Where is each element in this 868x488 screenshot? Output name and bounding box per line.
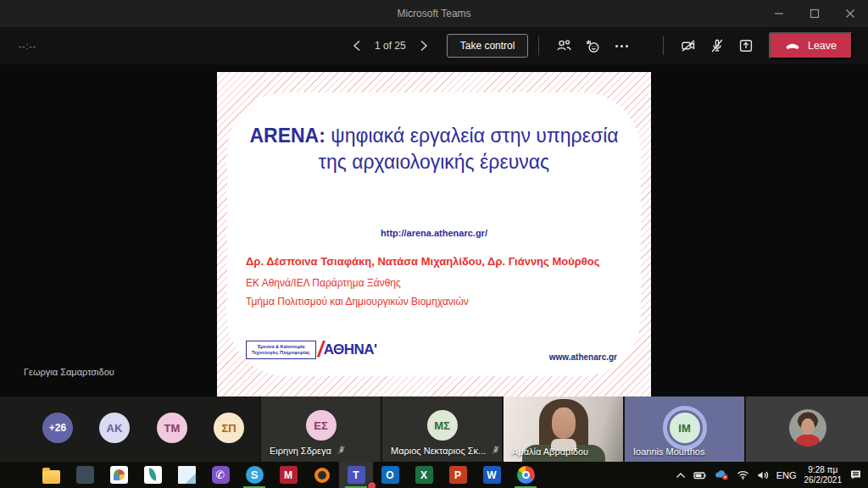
- mic-off-button[interactable]: [703, 33, 732, 58]
- teams-window: Microsoft Teams --:-- 1 of 25 Take contr…: [0, 0, 868, 488]
- mic-muted-icon: [337, 445, 347, 457]
- previous-slide-button[interactable]: [346, 33, 368, 58]
- participant-name: Ioannis Mourthos: [633, 446, 704, 457]
- participant-avatar[interactable]: ΣΠ: [214, 413, 244, 443]
- system-tray: ENG 9:28 πμ 26/2/2021: [676, 462, 868, 488]
- chrome-icon: [517, 466, 535, 484]
- minimize-button[interactable]: [761, 0, 797, 27]
- participant-label: Μαριος Νεκταριος Σκ...: [391, 445, 501, 457]
- presenter-name-overlay: Γεωργια Σαμαρτσιδου: [24, 367, 114, 377]
- slide-page-indicator: 1 of 25: [375, 40, 406, 52]
- window-title: Microsoft Teams: [397, 8, 470, 19]
- participant-tile-im[interactable]: IM Ioannis Mourthos: [625, 396, 744, 462]
- close-icon: [845, 8, 855, 19]
- taskbar-icon-quill-app[interactable]: [136, 462, 170, 488]
- taskbar-icon-viber[interactable]: ✆: [203, 462, 237, 488]
- slide-website: www.athenarc.gr: [549, 352, 617, 362]
- athena-logo-name: ΑΘΗΝΑ': [324, 341, 377, 358]
- leave-button-label: Leave: [808, 40, 837, 52]
- slide-title-rest: ψηφιακά εργαλεία στην υπηρεσία της αρχαι…: [319, 125, 619, 173]
- participant-name: Ειρηνη Σδρεγα: [270, 446, 331, 456]
- chevron-right-icon: [419, 40, 429, 52]
- battery-icon[interactable]: [693, 471, 707, 480]
- start-button[interactable]: [0, 462, 34, 488]
- participant-photo-tile[interactable]: [746, 396, 868, 462]
- next-slide-button[interactable]: [413, 33, 435, 58]
- leave-button[interactable]: Leave: [769, 32, 853, 59]
- participant-video-tile[interactable]: Αμαλία Αβραμίδου: [504, 396, 623, 462]
- slide-affiliation-1: ΕΚ Αθηνά/ΙΕΛ Παράρτημα Ξάνθης: [246, 277, 401, 289]
- participant-label: Ioannis Mourthos: [633, 446, 704, 457]
- window-controls: [761, 0, 868, 27]
- participant-avatar[interactable]: AK: [99, 413, 130, 443]
- participant-label: Ειρηνη Σδρεγα: [270, 445, 347, 457]
- participant-avatar: ΜΣ: [427, 410, 458, 441]
- paint-icon: [110, 466, 128, 484]
- maximize-button[interactable]: [797, 0, 832, 27]
- participant-name: Μαριος Νεκταριος Σκ...: [391, 446, 486, 456]
- action-center-button[interactable]: [849, 469, 862, 480]
- participant-tile-ms[interactable]: ΜΣ Μαριος Νεκταριος Σκ...: [382, 396, 502, 462]
- taskbar-icon-powerpoint[interactable]: P: [441, 462, 475, 488]
- taskbar-icon-word[interactable]: W: [475, 462, 509, 488]
- taskbar-icon-teams[interactable]: T: [339, 462, 373, 488]
- share-screen-button[interactable]: [732, 33, 760, 58]
- reactions-button[interactable]: [578, 33, 607, 58]
- taskbar-icon-paint[interactable]: [102, 462, 136, 488]
- participant-photo-avatar: [789, 409, 826, 446]
- hidden-icons-button[interactable]: [676, 472, 686, 479]
- outlook-icon: O: [381, 466, 399, 484]
- slide-content: ARENA: ψηφιακά εργαλεία στην υπηρεσία τη…: [217, 72, 651, 396]
- toolbar-center-group: 1 of 25 Take control: [346, 27, 636, 64]
- participant-avatar: ΕΣ: [306, 410, 337, 441]
- participant-avatar: IM: [670, 413, 700, 443]
- athena-logo: Έρευνα & Καινοτομία Τεχνολογίες Πληροφορ…: [246, 337, 377, 362]
- taskbar-icon-chrome[interactable]: [509, 462, 542, 488]
- hangup-phone-icon: [785, 41, 800, 51]
- shared-screen-stage: ARENA: ψηφιακά εργαλεία στην υπηρεσία τη…: [0, 64, 868, 396]
- meeting-timer: --:--: [19, 42, 36, 51]
- windows-taskbar: ✆ S M T O X P W: [0, 462, 868, 488]
- taskbar-icon-red-m-app[interactable]: M: [271, 462, 305, 488]
- chevron-left-icon: [352, 40, 362, 52]
- close-button[interactable]: [832, 0, 868, 27]
- participant-tile-es[interactable]: ΕΣ Ειρηνη Σδρεγα: [261, 396, 381, 462]
- slide-title-bold: ARENA:: [249, 125, 325, 147]
- taskbar-icon-outlook[interactable]: O: [373, 462, 407, 488]
- taskbar-icon-file-explorer[interactable]: [34, 462, 68, 488]
- slide-title: ARENA: ψηφιακά εργαλεία στην υπηρεσία τη…: [248, 123, 620, 175]
- overflow-participants-badge[interactable]: +26: [42, 413, 73, 443]
- camera-off-button[interactable]: [674, 33, 703, 58]
- ellipsis-icon: [615, 45, 628, 47]
- windows-logo-icon: [8, 466, 26, 484]
- mic-muted-icon: [491, 445, 501, 457]
- taskbar-icon-sticky-notes[interactable]: [170, 462, 203, 488]
- taskbar-icon-orange-ring-app[interactable]: [305, 462, 339, 488]
- onedrive-sync-error-icon[interactable]: [715, 469, 729, 480]
- powerpoint-icon: P: [449, 466, 467, 484]
- clock-date: 26/2/2021: [804, 475, 843, 485]
- sticky-notes-icon: [178, 466, 196, 484]
- participants-icon: [555, 37, 572, 54]
- participants-filmstrip: +26 AK TM ΣΠ ΕΣ Ειρηνη Σδρεγα ΜΣ Μαριος …: [0, 396, 868, 462]
- folder-icon: [42, 470, 60, 484]
- take-control-button[interactable]: Take control: [447, 34, 529, 58]
- volume-icon[interactable]: [757, 470, 769, 480]
- clock[interactable]: 9:28 πμ 26/2/2021: [804, 465, 843, 485]
- athena-logo-line1: Έρευνα & Καινοτομία: [257, 344, 304, 349]
- clock-time: 9:28 πμ: [808, 465, 837, 474]
- taskbar-icon-skype[interactable]: S: [237, 462, 271, 488]
- word-icon: W: [483, 466, 501, 484]
- participant-avatar[interactable]: TM: [157, 413, 187, 443]
- toolbar-divider: [663, 36, 664, 55]
- titlebar: Microsoft Teams: [0, 0, 868, 27]
- excel-icon: X: [415, 466, 433, 484]
- more-options-button[interactable]: [607, 33, 636, 58]
- viber-icon: ✆: [212, 466, 230, 484]
- taskbar-icon-excel[interactable]: X: [407, 462, 441, 488]
- taskbar-icon-calculator[interactable]: [68, 462, 102, 488]
- language-indicator[interactable]: ENG: [776, 470, 797, 480]
- participants-button[interactable]: [549, 33, 578, 58]
- meeting-toolbar: --:-- 1 of 25 Take control: [0, 27, 868, 64]
- wifi-icon[interactable]: [737, 470, 749, 480]
